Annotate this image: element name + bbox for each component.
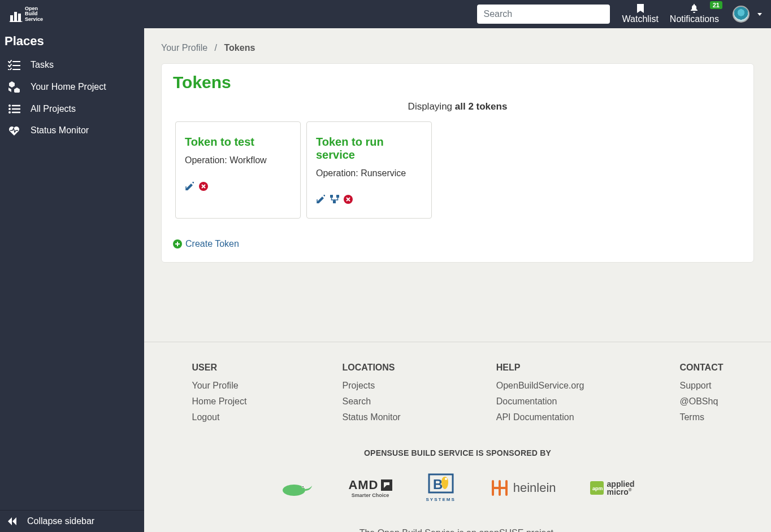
trigger-icon[interactable] <box>330 194 340 204</box>
breadcrumb-current: Tokens <box>224 43 255 53</box>
sponsor-b1-icon[interactable]: B SYSTEMS <box>426 473 456 502</box>
user-menu[interactable] <box>725 6 762 23</box>
svg-point-6 <box>8 111 11 114</box>
footer-heading: CONTACT <box>679 363 723 373</box>
search-box <box>477 5 610 24</box>
sidebar-item-label: All Projects <box>31 104 76 114</box>
svg-rect-8 <box>330 195 333 198</box>
sidebar: Places Tasks Your Home Project All Proje… <box>0 28 144 532</box>
sidebar-item-label: Your Home Project <box>31 82 106 92</box>
footer-link[interactable]: Documentation <box>496 396 584 407</box>
footer-link[interactable]: Support <box>679 381 723 391</box>
heartbeat-icon <box>8 125 20 136</box>
svg-rect-10 <box>333 200 336 203</box>
tasks-icon <box>8 60 20 70</box>
footer-col-locations: LOCATIONS Projects Search Status Monitor <box>343 363 401 428</box>
breadcrumb: Your Profile / Tokens <box>161 38 754 63</box>
footer-link[interactable]: OpenBuildService.org <box>496 381 584 391</box>
logo[interactable]: Open Build Service <box>9 6 43 22</box>
watchlist-label: Watchlist <box>622 14 659 24</box>
token-title[interactable]: Token to test <box>185 136 291 149</box>
footer-link[interactable]: API Documentation <box>496 412 584 422</box>
tokens-card: Tokens Displaying all 2 tokens Token to … <box>161 63 754 263</box>
breadcrumb-parent[interactable]: Your Profile <box>161 43 207 53</box>
sponsor-appliedmicro-icon[interactable]: apm applied micro® <box>590 480 635 496</box>
token-title[interactable]: Token to run service <box>316 136 422 162</box>
svg-point-18 <box>445 478 447 480</box>
sidebar-title: Places <box>0 28 144 54</box>
sidebar-item-all-projects[interactable]: All Projects <box>0 98 144 120</box>
notifications-nav[interactable]: 21 Notifications <box>664 0 725 28</box>
footer-link[interactable]: Status Monitor <box>343 412 401 422</box>
edit-icon[interactable] <box>185 181 195 191</box>
token-card: Token to test Operation: Workflow <box>175 121 301 219</box>
token-operation: Operation: Workflow <box>185 155 291 165</box>
footer-link[interactable]: Logout <box>192 412 247 422</box>
svg-point-5 <box>8 108 11 110</box>
sponsors-row: AMD Smarter Choice B SYSTEMS <box>192 473 724 502</box>
footer-col-user: USER Your Profile Home Project Logout <box>192 363 247 428</box>
edit-icon[interactable] <box>316 194 326 204</box>
displaying-line: Displaying all 2 tokens <box>173 95 742 121</box>
sidebar-item-label: Tasks <box>31 60 54 70</box>
token-card: Token to run service Operation: Runservi… <box>306 121 432 219</box>
obs-logo-icon <box>9 10 23 22</box>
footer-col-help: HELP OpenBuildService.org Documentation … <box>496 363 584 428</box>
project-line: The Open Build Service is an openSUSE pr… <box>192 528 724 532</box>
svg-text:B: B <box>433 477 443 492</box>
svg-text:apm: apm <box>592 486 603 491</box>
boxes-icon <box>8 81 20 93</box>
sponsor-heinlein-icon[interactable]: heinlein <box>490 478 556 498</box>
plus-circle-icon <box>173 239 182 248</box>
create-token-label: Create Token <box>185 239 239 249</box>
delete-icon[interactable] <box>343 194 353 204</box>
main: Your Profile / Tokens Tokens Displaying … <box>144 28 771 532</box>
footer-link[interactable]: Search <box>343 396 401 407</box>
chevron-double-left-icon <box>7 517 17 525</box>
sidebar-item-tasks[interactable]: Tasks <box>0 54 144 76</box>
bookmark-icon <box>637 4 644 13</box>
sidebar-item-label: Status Monitor <box>31 125 89 136</box>
collapse-sidebar[interactable]: Collapse sidebar <box>0 510 144 532</box>
notifications-label: Notifications <box>670 14 719 24</box>
footer-heading: HELP <box>496 363 584 373</box>
notifications-badge: 21 <box>710 1 722 9</box>
svg-point-15 <box>302 486 304 487</box>
bell-icon <box>690 4 698 13</box>
sidebar-item-status-monitor[interactable]: Status Monitor <box>0 120 144 141</box>
svg-point-4 <box>8 104 11 107</box>
footer-col-contact: CONTACT Support @OBShq Terms <box>679 363 723 428</box>
search-input[interactable] <box>477 5 610 24</box>
tokens-list: Token to test Operation: Workflow <box>173 121 742 219</box>
collapse-label: Collapse sidebar <box>27 516 94 526</box>
svg-rect-1 <box>14 12 17 22</box>
token-operation: Operation: Runservice <box>316 168 422 178</box>
svg-point-13 <box>283 485 305 496</box>
sidebar-item-home-project[interactable]: Your Home Project <box>0 76 144 98</box>
sponsor-heading: OPENSUSE BUILD SERVICE IS SPONSORED BY <box>192 448 724 457</box>
footer-heading: LOCATIONS <box>343 363 401 373</box>
avatar <box>733 6 750 23</box>
svg-rect-2 <box>18 14 21 22</box>
logo-text: Open Build Service <box>25 6 43 22</box>
topbar: Open Build Service Watchlist 21 Notifica… <box>0 0 771 28</box>
create-token-link[interactable]: Create Token <box>173 239 239 249</box>
delete-icon[interactable] <box>198 181 209 191</box>
footer-heading: USER <box>192 363 247 373</box>
sponsor-suse-icon[interactable] <box>280 479 314 497</box>
list-icon <box>8 104 20 114</box>
footer: USER Your Profile Home Project Logout LO… <box>144 342 771 532</box>
footer-link[interactable]: @OBShq <box>679 396 723 407</box>
footer-link[interactable]: Terms <box>679 412 723 422</box>
footer-link[interactable]: Home Project <box>192 396 247 407</box>
footer-link[interactable]: Projects <box>343 381 401 391</box>
watchlist-nav[interactable]: Watchlist <box>617 0 664 28</box>
chevron-down-icon <box>757 13 762 16</box>
footer-link[interactable]: Your Profile <box>192 381 247 391</box>
svg-rect-9 <box>336 195 339 198</box>
sponsor-amd-icon[interactable]: AMD Smarter Choice <box>348 478 392 498</box>
page-title: Tokens <box>173 73 742 95</box>
